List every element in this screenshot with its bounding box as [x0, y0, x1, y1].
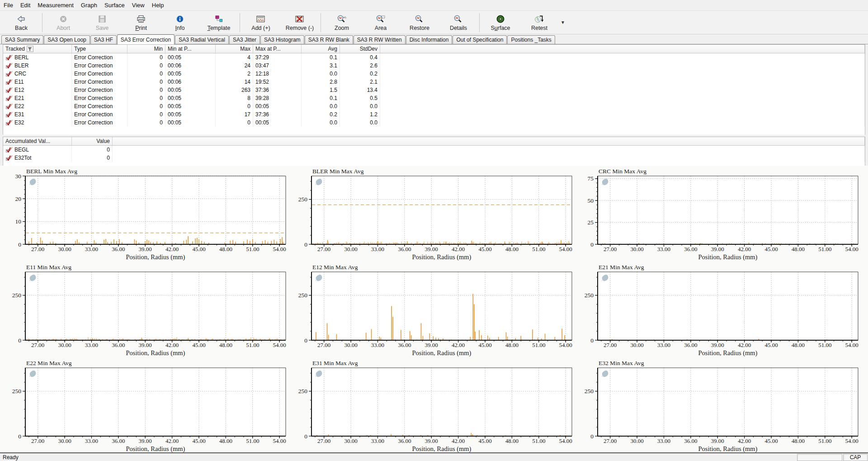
- chart-e22-min-max-avg[interactable]: E22 Min Max Avg 0 250 27.00 30.00 33.00 …: [5, 359, 292, 452]
- charts-area: BERL Min Max Avg 0 10 20 30 27.00 30.00 …: [0, 166, 868, 452]
- max-cell: 14: [216, 78, 253, 86]
- chart-berl-min-max-avg[interactable]: BERL Min Max Avg 0 10 20 30 27.00 30.00 …: [5, 167, 292, 263]
- checkmark-icon[interactable]: [5, 71, 13, 77]
- column-header-min-at-p[interactable]: Min at P...: [165, 45, 216, 53]
- x-axis-title: Position, Radius (mm): [126, 445, 185, 452]
- zoom-button[interactable]: +/- Zoom: [322, 12, 361, 33]
- x-tick-label: 42.00: [165, 342, 179, 348]
- template-button[interactable]: Template: [199, 12, 238, 33]
- tab-positions-tasks[interactable]: Positions _Tasks: [507, 35, 555, 44]
- column-header-stddev[interactable]: StdDev: [340, 45, 380, 53]
- tab-sa3-open-loop[interactable]: SA3 Open Loop: [44, 35, 90, 44]
- checkmark-icon[interactable]: [5, 111, 13, 118]
- max-at-cell: 39:28: [253, 94, 302, 102]
- chart-e32-min-max-avg[interactable]: E32 Min Max Avg 0 250 27.00 30.00 33.00 …: [578, 359, 864, 452]
- table-row-e32tot[interactable]: E32Tot 0: [3, 154, 865, 162]
- column-header-min[interactable]: Min: [127, 45, 165, 53]
- table-row-bler[interactable]: BLER Error Correction 0 00:06 24 03:47 3…: [3, 62, 865, 70]
- checkmark-icon[interactable]: [5, 103, 13, 109]
- chart-e12-min-max-avg[interactable]: E12 Min Max Avg 0 250 27.00 30.00 33.00 …: [292, 263, 578, 359]
- y-tick-label: 250: [12, 292, 22, 299]
- area-button[interactable]: Area: [361, 12, 400, 33]
- tab-out-of-specification[interactable]: Out of Specification: [453, 35, 507, 44]
- stddev-cell: 2.1: [340, 78, 380, 86]
- checkmark-icon[interactable]: [5, 87, 13, 93]
- tab-sa3-error-correction[interactable]: SA3 Error Correction: [117, 34, 175, 44]
- menu-view[interactable]: View: [128, 0, 148, 10]
- table-row-begl[interactable]: BEGL 0: [3, 146, 865, 154]
- table-row-e12[interactable]: E12 Error Correction 0 00:05 263 37:36 1…: [3, 86, 865, 94]
- menu-help[interactable]: Help: [148, 0, 168, 10]
- table-row-e21[interactable]: E21 Error Correction 0 00:05 8 39:28 0.1…: [3, 94, 865, 102]
- avg-cell: 0.1: [302, 53, 340, 62]
- menu-file[interactable]: File: [0, 0, 17, 10]
- chart-bler-min-max-avg[interactable]: BLER Min Max Avg 0 250 27.00 30.00 33.00…: [292, 167, 578, 263]
- restore-button[interactable]: Restore: [400, 12, 439, 33]
- checkmark-icon[interactable]: [5, 95, 13, 101]
- menu-edit[interactable]: Edit: [17, 0, 34, 10]
- tab-sa3-hf[interactable]: SA3 HF: [90, 35, 117, 44]
- table-row-e31[interactable]: E31 Error Correction 0 00:05 17 37:36 0.…: [3, 110, 865, 119]
- tab-sa3-histogram[interactable]: SA3 Histogram: [260, 35, 304, 44]
- chart-crc-min-max-avg[interactable]: CRC Min Max Avg 0 25 50 75 27.00 30.00 3…: [578, 167, 864, 263]
- abort-icon: [58, 14, 68, 24]
- table-row-crc[interactable]: CRC Error Correction 0 00:05 2 12:18 0.0…: [3, 70, 865, 78]
- min-at-cell: 00:05: [165, 94, 216, 102]
- type-cell: Error Correction: [72, 110, 127, 119]
- menu-surface[interactable]: Surface: [101, 0, 128, 10]
- checkmark-icon[interactable]: [5, 147, 13, 153]
- checkmark-icon[interactable]: [5, 155, 13, 161]
- column-header-accumulated-val[interactable]: Accumulated Val...: [3, 137, 72, 145]
- menu-measurement[interactable]: Measurement: [34, 0, 77, 10]
- x-tick-label: 54.00: [559, 246, 572, 252]
- x-tick-label: 48.00: [505, 437, 519, 444]
- add-button[interactable]: Add (+): [241, 12, 280, 33]
- y-tick-label: 0: [590, 241, 594, 247]
- checkmark-icon[interactable]: [5, 62, 13, 69]
- table-row-e22[interactable]: E22 Error Correction 0 00:05 0 00:05 0.0…: [3, 102, 865, 110]
- min-at-cell: 00:05: [165, 102, 216, 110]
- tab-sa3-radial-vertical[interactable]: SA3 Radial Vertical: [175, 35, 229, 44]
- checkmark-icon[interactable]: [5, 54, 13, 61]
- tab-disc-information[interactable]: Disc Information: [406, 35, 453, 44]
- info-button[interactable]: Info: [160, 12, 199, 33]
- details-button[interactable]: Details: [439, 12, 478, 33]
- column-header-max[interactable]: Max: [216, 45, 253, 53]
- x-tick-label: 45.00: [192, 246, 205, 252]
- tab-sa3-r-rw-blank[interactable]: SA3 R RW Blank: [305, 35, 353, 44]
- print-button[interactable]: Print: [122, 12, 160, 33]
- column-header-value[interactable]: Value: [72, 137, 113, 145]
- y-tick-label: 250: [585, 292, 594, 299]
- table-row-e11[interactable]: E11 Error Correction 0 00:06 14 19:52 2.…: [3, 78, 865, 86]
- chart-e31-min-max-avg[interactable]: E31 Min Max Avg 0 250 27.00 30.00 33.00 …: [292, 359, 578, 452]
- accumulated-name-cell: E32Tot: [3, 154, 72, 162]
- column-header-avg[interactable]: Avg: [302, 45, 340, 53]
- avg-cell: 0.0: [302, 70, 340, 78]
- column-header-tracked[interactable]: Tracked: [3, 45, 72, 53]
- filter-icon[interactable]: [27, 46, 33, 52]
- chart-e21-min-max-avg[interactable]: E21 Min Max Avg 0 250 27.00 30.00 33.00 …: [578, 263, 864, 359]
- column-header-type[interactable]: Type: [72, 45, 127, 53]
- surface-button[interactable]: Surface: [481, 12, 520, 33]
- tab-sa3-summary[interactable]: SA3 Summary: [1, 35, 43, 44]
- menu-graph[interactable]: Graph: [77, 0, 101, 10]
- table-row-e32[interactable]: E32 Error Correction 0 00:05 0 00:05 0.0…: [3, 119, 865, 127]
- tab-sa3-r-rw-written[interactable]: SA3 R RW Written: [354, 35, 406, 44]
- checkmark-icon[interactable]: [5, 119, 13, 126]
- min-cell: 0: [127, 62, 165, 70]
- back-button[interactable]: Back: [2, 12, 41, 33]
- tracked-name-cell: E21: [3, 94, 72, 102]
- x-tick-label: 39.00: [139, 246, 152, 252]
- column-header-max-at-p[interactable]: Max at P...: [253, 45, 302, 53]
- y-tick-label: 250: [298, 196, 308, 203]
- remove-button[interactable]: Remove (-): [280, 12, 319, 33]
- x-tick-label: 27.00: [604, 342, 617, 348]
- tab-sa3-jitter[interactable]: SA3 Jitter: [229, 35, 260, 44]
- toolbar-overflow-chevron-down-icon[interactable]: ▼: [559, 12, 567, 33]
- checkmark-icon[interactable]: [5, 79, 13, 85]
- chart-e11-min-max-avg[interactable]: E11 Min Max Avg 0 250 27.00 30.00 33.00 …: [5, 263, 292, 359]
- retest-button[interactable]: Retest: [520, 12, 559, 33]
- table-row-berl[interactable]: BERL Error Correction 0 00:05 4 37:29 0.…: [3, 53, 865, 62]
- empty-cell: [380, 119, 865, 127]
- y-tick-label: 25: [588, 219, 594, 226]
